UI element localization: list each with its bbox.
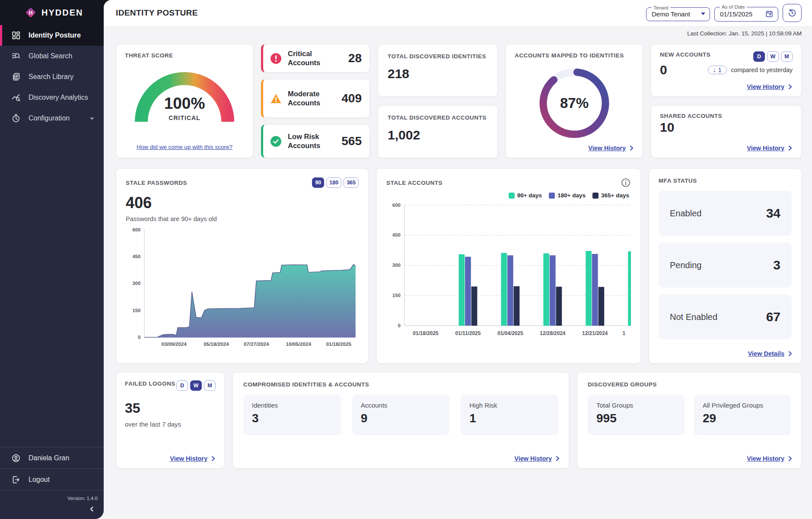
logo: H HYDDEN bbox=[0, 0, 104, 25]
card-title: SHARED ACCOUNTS bbox=[660, 113, 793, 119]
score-explainer-link[interactable]: How did we come up with this score? bbox=[137, 144, 232, 150]
sidebar: H HYDDEN Identity Posture bbox=[0, 0, 104, 519]
svg-text:0: 0 bbox=[138, 335, 140, 340]
sidebar-item-label: Configuration bbox=[29, 114, 70, 122]
legend-item: 180+ days bbox=[549, 192, 586, 199]
toggle-90-button[interactable]: 90 bbox=[312, 177, 324, 188]
new-accounts-card: NEW ACCOUNTS D W M 0 ↓1 compared to bbox=[651, 44, 802, 97]
svg-text:150: 150 bbox=[132, 308, 140, 313]
view-history-link[interactable]: View History bbox=[747, 83, 784, 90]
low-risk-accounts-card: Low Risk Accounts 565 bbox=[261, 124, 370, 158]
view-history-link[interactable]: View History bbox=[747, 145, 784, 152]
toggle-365-button[interactable]: 365 bbox=[344, 177, 359, 188]
risk-value: 28 bbox=[348, 51, 362, 65]
risk-label: Moderate Accounts bbox=[288, 89, 335, 107]
main-panel: IDENTITY POSTURE Tenant Demo Tenant As o… bbox=[104, 0, 812, 519]
view-history-link[interactable]: View History bbox=[588, 145, 626, 152]
caret-down-icon bbox=[701, 13, 705, 15]
totals-column: TOTAL DISCOVERED IDENTITIES 218 TOTAL DI… bbox=[378, 44, 498, 158]
tile-label: Identities bbox=[252, 402, 332, 409]
logout-button[interactable]: Logout bbox=[0, 468, 104, 490]
mfa-value: 67 bbox=[766, 310, 780, 324]
toggle-180-button[interactable]: 180 bbox=[326, 177, 341, 188]
svg-text:01/11/2025: 01/11/2025 bbox=[455, 330, 481, 336]
svg-text:300: 300 bbox=[392, 263, 401, 268]
sidebar-item-search-library[interactable]: Search Library bbox=[0, 66, 104, 87]
discovered-groups-card: DISCOVERED GROUPS Total Groups 995 All P… bbox=[577, 372, 802, 468]
view-history-link[interactable]: View History bbox=[514, 455, 552, 462]
tile-label: Total Groups bbox=[596, 402, 676, 409]
compromised-card: COMPROMISED IDENTITIES & ACCOUNTS Identi… bbox=[232, 372, 569, 468]
card-title: STALE ACCOUNTS bbox=[386, 180, 443, 186]
threat-score-level: CRITICAL bbox=[116, 114, 253, 121]
sidebar-item-label: Identity Posture bbox=[29, 32, 81, 39]
tile-value: 29 bbox=[703, 411, 782, 425]
tenant-value: Demo Tenant bbox=[652, 10, 690, 18]
sidebar-collapse-button[interactable] bbox=[0, 503, 104, 519]
user-profile[interactable]: Daniela Gran bbox=[0, 447, 104, 468]
total-identities-value: 218 bbox=[388, 66, 488, 81]
toggle-d-button[interactable]: D bbox=[753, 51, 765, 62]
chevron-right-icon bbox=[629, 146, 634, 151]
sidebar-item-identity-posture[interactable]: Identity Posture bbox=[0, 25, 104, 46]
svg-text:300: 300 bbox=[132, 281, 140, 286]
svg-text:H: H bbox=[29, 10, 33, 16]
chevron-right-icon bbox=[788, 351, 793, 356]
logout-icon bbox=[11, 475, 21, 484]
sidebar-item-discovery-analytics[interactable]: Discovery Analytics bbox=[0, 87, 104, 108]
svg-text:450: 450 bbox=[392, 232, 401, 237]
identities-tile: Identities 3 bbox=[243, 395, 341, 435]
view-history-link[interactable]: View History bbox=[170, 455, 207, 462]
sidebar-item-global-search[interactable]: Global Search bbox=[0, 46, 104, 66]
card-title: ACCOUNTS MAPPED TO IDENTITIES bbox=[515, 52, 634, 59]
svg-text:600: 600 bbox=[392, 203, 401, 208]
tenant-select[interactable]: Tenant Demo Tenant bbox=[646, 5, 710, 21]
svg-text:450: 450 bbox=[132, 254, 140, 259]
risk-label: Critical Accounts bbox=[288, 49, 342, 67]
alert-triangle-icon bbox=[270, 93, 282, 104]
version-label: Version: 1.4.0 bbox=[0, 490, 104, 503]
shared-accounts-value: 10 bbox=[660, 120, 793, 135]
card-title: TOTAL DISCOVERED IDENTITIES bbox=[388, 53, 488, 60]
history-button[interactable] bbox=[783, 4, 802, 22]
view-history-link[interactable]: View History bbox=[747, 455, 784, 462]
mfa-label: Pending bbox=[670, 260, 701, 270]
moderate-accounts-card: Moderate Accounts 409 bbox=[261, 79, 370, 118]
toggle-m-button[interactable]: M bbox=[204, 380, 216, 391]
total-identities-card: TOTAL DISCOVERED IDENTITIES 218 bbox=[378, 44, 498, 97]
info-icon[interactable] bbox=[621, 177, 631, 188]
failed-logons-value: 35 bbox=[125, 400, 216, 416]
tile-value: 3 bbox=[252, 411, 332, 425]
search-lines-icon bbox=[11, 51, 21, 61]
hydden-logo-icon: H bbox=[25, 7, 36, 18]
svg-text:05/18/2024: 05/18/2024 bbox=[204, 341, 229, 347]
toggle-d-button[interactable]: D bbox=[176, 380, 188, 391]
mfa-status-card: MFA STATUS Enabled 34 Pending 3 Not Enab… bbox=[649, 168, 802, 364]
risk-label: Low Risk Accounts bbox=[288, 132, 335, 150]
asof-date-field[interactable]: As of Date 01/15/2025 bbox=[714, 4, 778, 22]
user-icon bbox=[11, 453, 21, 463]
accounts-tile: Accounts 9 bbox=[352, 395, 450, 435]
shared-accounts-card: SHARED ACCOUNTS 10 View History bbox=[651, 105, 802, 158]
total-accounts-card: TOTAL DISCOVERED ACCOUNTS 1,002 bbox=[378, 105, 498, 158]
mfa-enabled-row: Enabled 34 bbox=[659, 191, 792, 236]
dashboard-icon bbox=[11, 31, 21, 40]
mfa-value: 3 bbox=[773, 258, 780, 272]
view-details-link[interactable]: View Details bbox=[748, 350, 784, 357]
sidebar-item-configuration[interactable]: Configuration bbox=[0, 108, 104, 129]
mfa-label: Enabled bbox=[670, 209, 701, 218]
card-title: FAILED LOGONS bbox=[125, 380, 175, 387]
toggle-w-button[interactable]: W bbox=[190, 380, 202, 391]
privileged-groups-tile: All Privileged Groups 29 bbox=[694, 395, 791, 435]
tile-label: High Risk bbox=[469, 402, 550, 409]
page-title: IDENTITY POSTURE bbox=[116, 8, 198, 18]
toggle-m-button[interactable]: M bbox=[781, 51, 793, 62]
card-title: STALE PASSWORDS bbox=[126, 180, 187, 186]
toggle-w-button[interactable]: W bbox=[767, 51, 779, 62]
card-title: TOTAL DISCOVERED ACCOUNTS bbox=[388, 114, 488, 121]
calendar-icon[interactable] bbox=[765, 9, 774, 18]
total-accounts-value: 1,002 bbox=[388, 128, 488, 142]
sidebar-item-label: Global Search bbox=[29, 52, 72, 60]
mfa-value: 34 bbox=[766, 206, 780, 221]
sidebar-nav: Identity Posture Global Search bbox=[0, 25, 104, 129]
